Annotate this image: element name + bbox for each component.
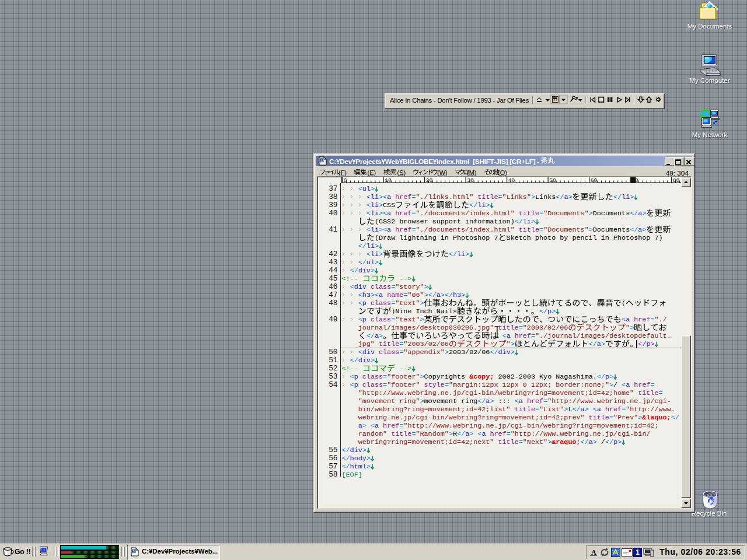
svg-text:A: A bbox=[591, 548, 596, 556]
